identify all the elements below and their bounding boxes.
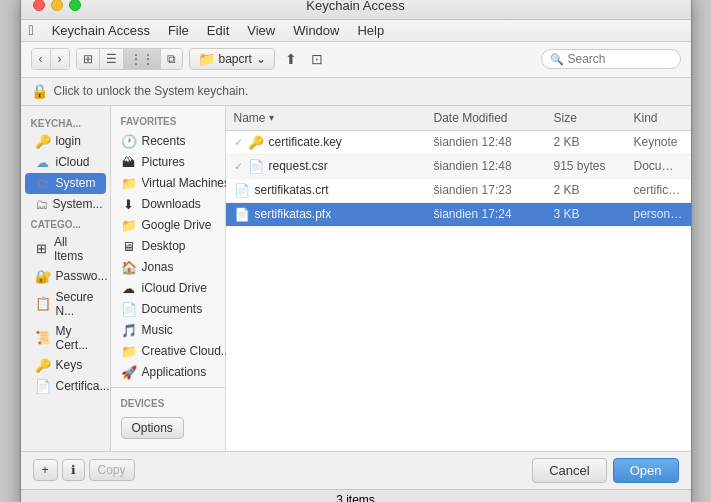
search-input[interactable]	[568, 52, 672, 66]
apple-logo-icon[interactable]: 	[29, 22, 34, 38]
icloud-icon: ☁	[35, 155, 51, 170]
close-button[interactable]	[33, 0, 45, 11]
copy-button[interactable]: Copy	[89, 459, 135, 481]
menu-app[interactable]: Keychain Access	[44, 21, 158, 40]
sidebar-item-icloud[interactable]: ☁ iCloud	[25, 152, 106, 173]
downloads-icon: ⬇	[121, 197, 137, 212]
col-size[interactable]: Size	[546, 108, 626, 128]
sidebar-section-keychain: Keycha...	[21, 114, 110, 131]
sidebar-login-label: login	[56, 134, 81, 148]
fav-item-icloud-drive[interactable]: ☁ iCloud Drive	[111, 278, 225, 299]
file-row-2[interactable]: ✓ 📄 request.csr šiandien 12:48 915 bytes…	[226, 155, 691, 179]
chevron-down-icon: ⌄	[256, 52, 266, 66]
sidebar: Keycha... 🔑 login ☁ iCloud 🗂 System 🗂 Sy…	[21, 106, 111, 451]
action-button[interactable]: ⊡	[307, 49, 327, 69]
recents-icon: 🕐	[121, 134, 137, 149]
footer-bar: 3 items	[21, 489, 691, 503]
sidebar-system-label: System	[55, 176, 95, 190]
sidebar-item-keys[interactable]: 🔑 Keys	[25, 355, 106, 376]
open-button[interactable]: Open	[613, 458, 679, 483]
fav-vm-label: Virtual Machines	[142, 176, 231, 190]
sidebar-section-categories: Catego...	[21, 215, 110, 232]
fav-item-documents[interactable]: 📄 Documents	[111, 299, 225, 320]
keys-icon: 🔑	[35, 358, 51, 373]
back-button[interactable]: ‹	[32, 49, 51, 69]
minimize-button[interactable]	[51, 0, 63, 11]
file-size-4: 3 KB	[546, 203, 626, 225]
folder-selector[interactable]: 📁 bapcrt ⌄	[189, 48, 275, 70]
fav-music-label: Music	[142, 323, 173, 337]
sidebar-item-passwords[interactable]: 🔐 Passwo...	[25, 266, 106, 287]
file-row-4[interactable]: 📄 sertifikatas.pfx šiandien 17:24 3 KB p…	[226, 203, 691, 227]
fav-item-recents[interactable]: 🕐 Recents	[111, 131, 225, 152]
google-drive-icon: 📁	[121, 218, 137, 233]
file-row-3[interactable]: 📄 sertifikatas.crt šiandien 17:23 2 KB c…	[226, 179, 691, 203]
check-icon-1: ✓	[234, 136, 243, 149]
sidebar-item-login[interactable]: 🔑 login	[25, 131, 106, 152]
fav-item-desktop[interactable]: 🖥 Desktop	[111, 236, 225, 257]
fav-item-jonas[interactable]: 🏠 Jonas	[111, 257, 225, 278]
folder-name: bapcrt	[219, 52, 252, 66]
fav-pictures-label: Pictures	[142, 155, 185, 169]
fav-item-google-drive[interactable]: 📁 Google Drive	[111, 215, 225, 236]
main-window: Keychain Access  Keychain Access File E…	[21, 0, 691, 502]
file-kind-2: Document	[626, 155, 691, 177]
fav-icloud-drive-label: iCloud Drive	[142, 281, 207, 295]
sidebar-item-all-items[interactable]: ⊞ All Items	[25, 232, 106, 266]
file-list: Name ▾ Date Modified Size Kind ✓ 🔑 certi…	[226, 106, 691, 451]
file-name-2: request.csr	[269, 159, 328, 173]
forward-button[interactable]: ›	[51, 49, 69, 69]
fav-item-pictures[interactable]: 🏔 Pictures	[111, 152, 225, 173]
virtual-machines-icon: 📁	[121, 176, 137, 191]
sidebar-icloud-label: iCloud	[56, 155, 90, 169]
sidebar-all-items-label: All Items	[54, 235, 96, 263]
fav-item-virtual-machines[interactable]: 📁 Virtual Machines	[111, 173, 225, 194]
fav-desktop-label: Desktop	[142, 239, 186, 253]
view-column-btn[interactable]: ⋮⋮	[124, 49, 161, 69]
search-icon: 🔍	[550, 53, 564, 66]
fav-applications-label: Applications	[142, 365, 207, 379]
toolbar: ‹ › ⊞ ☰ ⋮⋮ ⧉ 📁 bapcrt ⌄ ⬆ ⊡ 🔍	[21, 42, 691, 78]
fav-jonas-label: Jonas	[142, 260, 174, 274]
sidebar-passwords-label: Passwo...	[56, 269, 108, 283]
fav-item-applications[interactable]: 🚀 Applications	[111, 362, 225, 383]
add-button[interactable]: +	[33, 459, 58, 481]
applications-icon: 🚀	[121, 365, 137, 380]
maximize-button[interactable]	[69, 0, 81, 11]
menu-window[interactable]: Window	[285, 21, 347, 40]
file-row-1[interactable]: ✓ 🔑 certificate.key šiandien 12:48 2 KB …	[226, 131, 691, 155]
sidebar-certificates-label: Certifica...	[56, 379, 110, 393]
col-name[interactable]: Name ▾	[226, 108, 426, 128]
file-date-3: šiandien 17:23	[426, 179, 546, 201]
col-date[interactable]: Date Modified	[426, 108, 546, 128]
bottom-bar: + ℹ Copy Cancel Open	[21, 451, 691, 489]
sidebar-item-system-roots[interactable]: 🗂 System...	[25, 194, 106, 215]
view-cover-btn[interactable]: ⧉	[161, 49, 182, 69]
view-list-btn[interactable]: ☰	[100, 49, 124, 69]
system-roots-icon: 🗂	[35, 197, 48, 212]
documents-icon: 📄	[121, 302, 137, 317]
fav-item-downloads[interactable]: ⬇ Downloads	[111, 194, 225, 215]
file-icon-4: 📄	[234, 207, 250, 222]
sidebar-item-secure-notes[interactable]: 📋 Secure N...	[25, 287, 106, 321]
desktop-icon: 🖥	[121, 239, 137, 254]
fav-item-music[interactable]: 🎵 Music	[111, 320, 225, 341]
search-box[interactable]: 🔍	[541, 49, 681, 69]
options-button[interactable]: Options	[121, 417, 184, 439]
cancel-button[interactable]: Cancel	[532, 458, 606, 483]
sidebar-system-roots-label: System...	[53, 197, 103, 211]
menu-help[interactable]: Help	[349, 21, 392, 40]
sidebar-item-certificates[interactable]: 📄 Certifica...	[25, 376, 106, 397]
sidebar-item-my-certs[interactable]: 📜 My Cert...	[25, 321, 106, 355]
share-button[interactable]: ⬆	[281, 49, 301, 69]
icloud-drive-icon: ☁	[121, 281, 137, 296]
music-icon: 🎵	[121, 323, 137, 338]
info-button[interactable]: ℹ	[62, 459, 85, 481]
menu-edit[interactable]: Edit	[199, 21, 237, 40]
col-kind[interactable]: Kind	[626, 108, 691, 128]
menu-view[interactable]: View	[239, 21, 283, 40]
sidebar-item-system[interactable]: 🗂 System	[25, 173, 106, 194]
view-icon-btn[interactable]: ⊞	[77, 49, 100, 69]
fav-item-creative-cloud[interactable]: 📁 Creative Cloud...	[111, 341, 225, 362]
menu-file[interactable]: File	[160, 21, 197, 40]
